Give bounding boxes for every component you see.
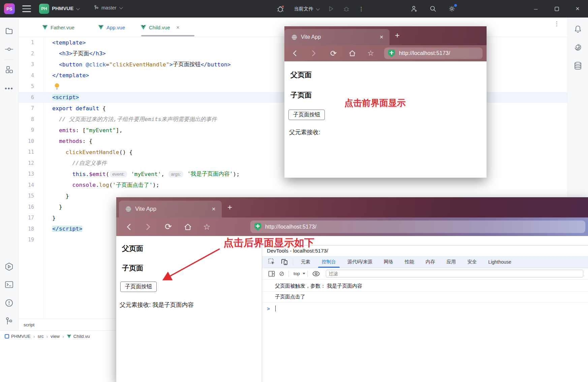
line-number: 2 xyxy=(19,48,34,59)
forward-icon[interactable] xyxy=(312,50,316,57)
breadcrumb-item-child-vu[interactable]: Child.vu xyxy=(67,334,90,339)
devtools-tab-7[interactable]: 应用 xyxy=(441,256,462,268)
new-tab-button[interactable]: + xyxy=(227,203,232,212)
tab-label: Father.vue xyxy=(51,25,74,30)
code-token: ); xyxy=(233,171,240,177)
devtools-tab-5[interactable]: 性能 xyxy=(399,256,420,268)
live-expression-eye-icon[interactable] xyxy=(310,271,322,276)
line-number: 15 xyxy=(19,190,34,202)
back-icon[interactable] xyxy=(292,50,297,57)
forward-icon[interactable] xyxy=(146,223,151,231)
devtools-tab-3[interactable]: 源代码/来源 xyxy=(342,256,378,268)
breadcrumb-item-src[interactable]: src xyxy=(37,334,43,339)
dock-sidebar-icon[interactable] xyxy=(266,271,277,277)
back-icon[interactable] xyxy=(126,223,131,231)
browser-window-1: Vite App ✕ + ⟳ ☆ http://localhost:5173/ … xyxy=(284,26,487,178)
child-page-button[interactable]: 子页面按钮 xyxy=(288,110,325,120)
code-token: log xyxy=(99,182,109,188)
favorite-star-icon[interactable]: ☆ xyxy=(367,49,374,58)
maximize-button[interactable] xyxy=(546,0,567,18)
editor-tab-father-vue[interactable]: Father.vue xyxy=(42,18,74,37)
project-selector[interactable]: PHMVUE xyxy=(52,5,79,11)
editor-tab-child-vue[interactable]: Child.vue✕ xyxy=(141,18,180,37)
address-bar[interactable]: http://localhost:5173/ xyxy=(384,48,483,59)
terminal-icon[interactable] xyxy=(5,281,13,289)
child-page-button[interactable]: 子页面按钮 xyxy=(120,282,157,292)
breadcrumb-tag[interactable]: script xyxy=(24,322,34,327)
line-number: 5 xyxy=(19,81,34,92)
problems-icon[interactable] xyxy=(5,299,13,307)
debug-button[interactable] xyxy=(343,5,350,12)
project-avatar[interactable]: PH xyxy=(39,4,49,14)
inspect-element-icon[interactable] xyxy=(266,256,278,268)
console-prompt[interactable]: > xyxy=(262,302,588,312)
browser2-tab[interactable]: Vite App ✕ xyxy=(119,201,222,217)
browser2-titlebar: Vite App ✕ + xyxy=(116,197,588,217)
settings-gear-icon[interactable] xyxy=(448,5,456,12)
main-menu-icon[interactable] xyxy=(22,5,31,12)
devtools-tab-2[interactable]: 控制台 xyxy=(316,256,342,268)
editor-options-icon[interactable]: ⋮ xyxy=(553,22,560,25)
tab-close-icon[interactable]: ✕ xyxy=(176,25,180,30)
commit-icon[interactable] xyxy=(5,45,13,53)
device-toolbar-icon[interactable] xyxy=(278,256,291,268)
breadcrumb-label: Child.vu xyxy=(73,334,90,339)
reload-icon[interactable]: ⟳ xyxy=(165,222,172,232)
tab-close-icon[interactable]: ✕ xyxy=(379,34,383,40)
home-icon[interactable] xyxy=(349,50,356,57)
code-token: <template> xyxy=(52,39,86,46)
breadcrumb-item-phmvue[interactable]: PHMVUE xyxy=(5,334,31,339)
reload-icon[interactable]: ⟳ xyxy=(330,49,337,58)
code-token: 子页面 xyxy=(72,50,89,57)
code-token: 子页面按钮 xyxy=(173,61,201,68)
breadcrumb-label: src xyxy=(37,334,43,339)
ai-assistant-icon[interactable] xyxy=(574,43,582,52)
services-icon[interactable] xyxy=(5,262,13,271)
git-tool-icon[interactable] xyxy=(5,317,13,326)
new-tab-button[interactable]: + xyxy=(395,31,400,40)
code-line-14[interactable]: 14 console.log('子页面点击了'); xyxy=(19,180,567,191)
run-button[interactable] xyxy=(328,5,334,12)
devtools-tab-bar: 元素控制台源代码/来源网络性能内存应用安全Lighthouse xyxy=(262,256,588,268)
add-user-icon[interactable] xyxy=(410,5,418,12)
notifications-bell-icon[interactable] xyxy=(574,25,582,34)
devtools-tab-8[interactable]: 安全 xyxy=(462,256,483,268)
clear-console-icon[interactable]: ⊘ xyxy=(277,270,286,277)
debugger-disconnected-icon[interactable] xyxy=(276,4,285,13)
inline-parameter-hint: event: xyxy=(110,171,127,177)
code-token: <h3> xyxy=(59,50,72,57)
home-icon[interactable] xyxy=(184,223,192,231)
editor-tab-app-vue[interactable]: App.vue xyxy=(98,18,125,37)
more-tool-windows-icon[interactable]: ••• xyxy=(5,85,13,92)
breadcrumb-label: PHMVUE xyxy=(11,334,31,339)
code-token: = xyxy=(106,61,109,68)
code-token: this xyxy=(72,171,86,177)
database-icon[interactable] xyxy=(574,61,582,70)
project-folder-icon[interactable] xyxy=(5,27,13,35)
address-bar[interactable]: http://localhost:5173/ xyxy=(250,221,585,233)
branch-selector[interactable]: master xyxy=(94,5,122,10)
code-token: ); xyxy=(153,182,159,188)
minimize-button[interactable]: ─ xyxy=(525,0,546,18)
structure-icon[interactable] xyxy=(5,65,13,74)
console-filter-input[interactable] xyxy=(326,270,583,277)
devtools-tab-9[interactable]: Lighthouse xyxy=(483,256,517,268)
context-selector[interactable]: top xyxy=(293,271,300,276)
search-icon[interactable] xyxy=(429,5,437,12)
browser1-tab[interactable]: Vite App ✕ xyxy=(284,29,390,45)
tab-close-icon[interactable]: ✕ xyxy=(212,206,216,212)
code-token: } xyxy=(52,193,69,199)
run-configuration-selector[interactable]: 当前文件 xyxy=(294,6,319,12)
devtools-tab-6[interactable]: 内存 xyxy=(420,256,441,268)
run-configuration-label: 当前文件 xyxy=(294,6,313,11)
intention-bulb-icon[interactable] xyxy=(54,83,60,90)
devtools-tab-4[interactable]: 网络 xyxy=(378,256,399,268)
favorite-star-icon[interactable]: ☆ xyxy=(203,222,211,232)
close-button[interactable]: ✕ xyxy=(567,0,588,18)
devtools-tab-1[interactable]: 元素 xyxy=(295,256,316,268)
code-token: export xyxy=(52,105,72,112)
breadcrumb-item-view[interactable]: view xyxy=(51,334,60,339)
more-actions-icon[interactable]: ⋮ xyxy=(359,8,364,10)
code-token: $emit xyxy=(89,171,106,177)
chevron-down-icon xyxy=(119,5,123,9)
